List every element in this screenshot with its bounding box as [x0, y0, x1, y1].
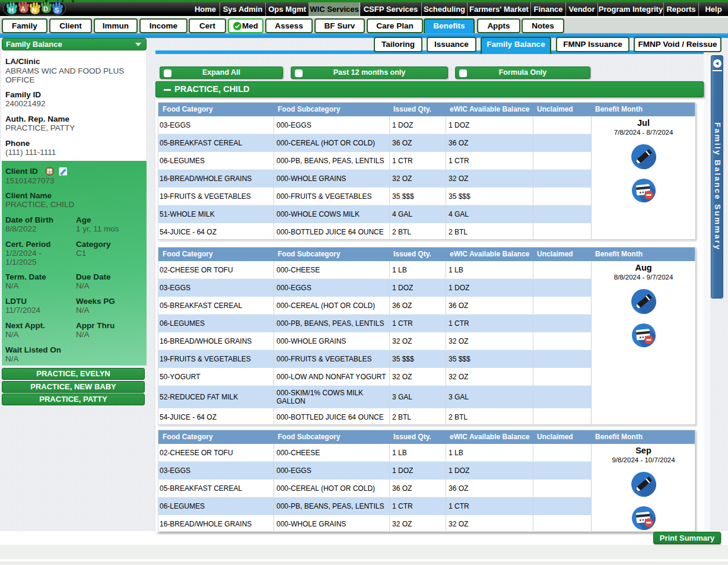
svg-text:A: A: [21, 5, 26, 12]
svg-text:N: N: [32, 7, 37, 14]
svg-text:H: H: [9, 7, 14, 14]
svg-text:D: D: [43, 5, 48, 12]
svg-text:S: S: [55, 7, 59, 14]
